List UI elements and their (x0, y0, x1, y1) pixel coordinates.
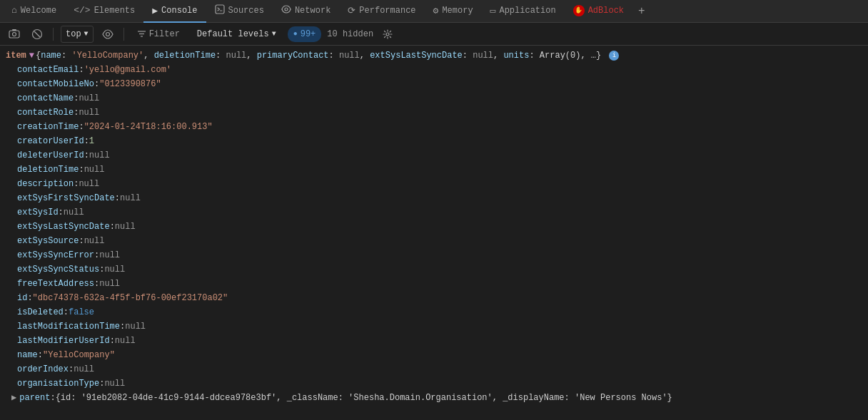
prop-lastModificationTime: lastModificationTime: null (0, 319, 868, 334)
svg-point-8 (106, 32, 109, 36)
sources-icon (215, 4, 225, 17)
prop-freeTextAddress: freeTextAddress: null (0, 277, 868, 291)
console-toolbar: top ▼ Filter Default levels ▼ ● 99+ 10 h… (0, 23, 868, 46)
prop-id: id: "dbc74378-632a-4f5f-bf76-00ef23170a0… (0, 291, 868, 305)
prop-orderIndex: orderIndex: null (0, 362, 868, 377)
prop-contactEmail: contactEmail: 'yello@gmail.com' (0, 63, 868, 77)
svg-point-12 (386, 33, 389, 36)
application-icon: ▭ (490, 5, 496, 16)
settings-button[interactable] (379, 26, 396, 43)
prop-creatorUserId: creatorUserId: 1 (0, 134, 868, 148)
svg-rect-5 (12, 29, 16, 31)
prop-isDeleted: isDeleted: false (0, 305, 868, 319)
prop-description: description: null (0, 177, 868, 191)
prop-organisationType: organisationType: null (0, 377, 868, 391)
svg-line-7 (34, 31, 40, 37)
tab-network[interactable]: Network (273, 0, 339, 23)
errors-badge[interactable]: ● 99+ (288, 26, 322, 42)
prop-creationTime: creationTime: "2024-01-24T18:16:00.913" (0, 120, 868, 134)
chevron-down-icon: ▼ (84, 30, 89, 38)
tab-add-button[interactable]: + (632, 5, 651, 18)
prop-deleterUserId: deleterUserId: null (0, 148, 868, 163)
performance-icon: ⟳ (348, 5, 355, 16)
tab-memory[interactable]: ⚙ Memory (425, 0, 482, 23)
prop-lastModifierUserId: lastModifierUserId: null (0, 334, 868, 348)
expand-arrow-icon[interactable]: ▼ (29, 49, 34, 62)
hidden-count[interactable]: 10 hidden (327, 29, 373, 39)
item-label: item (6, 49, 26, 62)
info-icon[interactable]: i (609, 51, 619, 61)
prop-extSysSyncError: extSysSyncError: null (0, 248, 868, 262)
tab-adblock[interactable]: ✋ AdBlock (565, 0, 632, 23)
prop-extSysFirstSyncDate: extSysFirstSyncDate: null (0, 191, 868, 205)
prop-deletionTime: deletionTime: null (0, 163, 868, 177)
welcome-icon: ⌂ (11, 5, 17, 16)
item-summary: {name: 'YelloCompany', deletionTime: nul… (36, 49, 619, 62)
tab-elements[interactable]: </> Elements (65, 0, 143, 23)
adblock-icon: ✋ (573, 5, 585, 16)
prop-contactMobileNo: contactMobileNo: "0123390876" (0, 77, 868, 91)
separator-1 (53, 28, 54, 41)
svg-point-4 (13, 32, 16, 36)
svg-point-2 (285, 8, 288, 11)
screenshot-button[interactable] (6, 26, 23, 43)
prop-extSysLastSyncDate: extSysLastSyncDate: null (0, 220, 868, 234)
log-levels-selector[interactable]: Default levels ▼ (191, 26, 282, 43)
elements-icon: </> (74, 5, 90, 16)
tab-performance[interactable]: ⟳ Performance (339, 0, 424, 23)
error-dot-icon: ● (293, 30, 298, 38)
memory-icon: ⚙ (433, 5, 439, 16)
prop-extSysSource: extSysSource: null (0, 234, 868, 248)
prop-contactRole: contactRole: null (0, 106, 868, 120)
context-selector[interactable]: top ▼ (61, 26, 94, 43)
filter-button[interactable]: Filter (131, 26, 186, 43)
prop-extSysId: extSysId: null (0, 205, 868, 220)
svg-rect-3 (9, 31, 19, 38)
clear-button[interactable] (29, 26, 46, 43)
network-icon (281, 4, 291, 17)
tab-application[interactable]: ▭ Application (482, 0, 565, 23)
console-icon: ▶ (152, 5, 158, 16)
tab-bar: ⌂ Welcome </> Elements ▶ Console Sources… (0, 0, 868, 23)
item-summary-line: item ▼ {name: 'YelloCompany', deletionTi… (0, 48, 868, 63)
parent-expand-arrow-icon[interactable]: ▶ (11, 391, 16, 404)
console-output: item ▼ {name: 'YelloCompany', deletionTi… (0, 46, 868, 420)
separator-2 (123, 28, 124, 41)
eye-button[interactable] (99, 26, 116, 43)
chevron-down-icon: ▼ (272, 30, 276, 38)
parent-collapsed-line: ▶ parent: {id: '91eb2082-04de-41c9-9144-… (0, 391, 868, 405)
tab-sources[interactable]: Sources (206, 0, 273, 23)
prop-contactName: contactName: null (0, 91, 868, 106)
prop-extSysSyncStatus: extSysSyncStatus: null (0, 262, 868, 277)
tab-welcome[interactable]: ⌂ Welcome (3, 0, 65, 23)
tab-console[interactable]: ▶ Console (143, 0, 206, 23)
prop-name: name: "YelloCompany" (0, 348, 868, 362)
